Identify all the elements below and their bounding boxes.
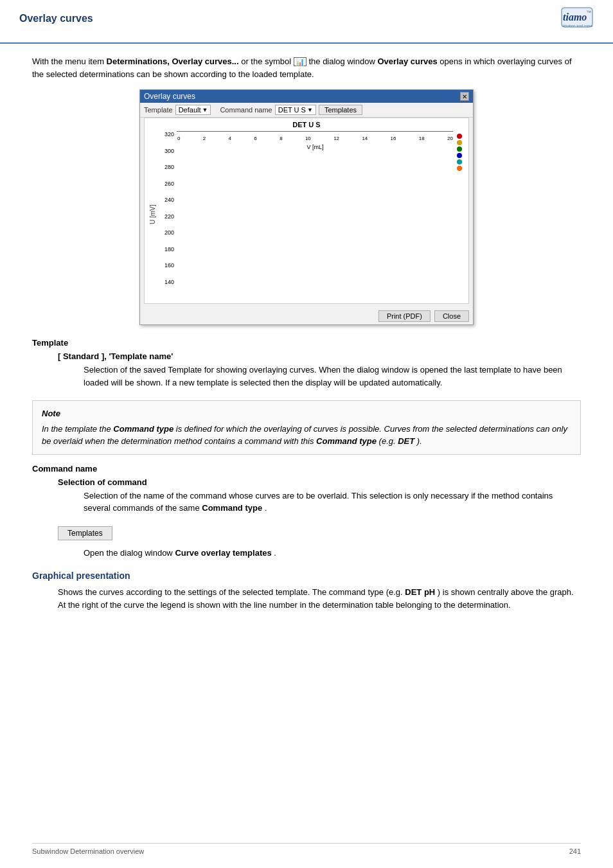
det-ph-bold: DET pH (405, 587, 435, 597)
graphical-heading: Graphical presentation (32, 571, 581, 581)
note-text-post: (e.g. (379, 436, 398, 446)
chart-x-ticks: 0 2 4 6 8 10 12 14 16 18 20 (177, 136, 453, 141)
dialog-footer: Print (PDF) Close (140, 308, 473, 324)
chart-x-label: V [mL] (306, 144, 323, 150)
close-button[interactable]: Close (434, 310, 469, 322)
chart-plot-area: 0 2 4 6 8 10 12 14 16 18 20 (177, 131, 453, 132)
chart-container: DET U S U [mV] 320 300 280 260 240 220 2… (144, 118, 469, 304)
command-name-select[interactable]: DET U S ▼ (275, 105, 316, 115)
note-text-end: ). (417, 436, 422, 446)
template-subheading: [ Standard ], 'Template name' (58, 351, 581, 361)
chart-plot-wrapper: 0 2 4 6 8 10 12 14 16 18 20 (177, 131, 453, 298)
command-name-description: Selection of the name of the command who… (84, 490, 581, 515)
note-text-pre: In the template the (42, 424, 113, 434)
dialog-titlebar: Overlay curves ✕ (140, 90, 473, 103)
templates-button-area: Templates (58, 526, 581, 540)
command-name-desc-pre: Selection of the name of the command who… (84, 491, 553, 513)
intro-text-mid: or the symbol (241, 57, 294, 66)
template-section-heading: Template (32, 338, 581, 348)
dialog-close-icon[interactable]: ✕ (460, 92, 469, 101)
templates-desc-end: . (274, 548, 276, 558)
template-description: Selection of the saved Template for show… (84, 364, 581, 389)
command-name-label: Command name (220, 106, 272, 114)
note-command-type-bold1: Command type (113, 424, 173, 434)
overlay-icon: 📊 (294, 57, 306, 66)
overlay-curves-dialog: Overlay curves ✕ Template Default ▼ Comm… (139, 89, 474, 325)
legend-dot-1 (457, 134, 462, 139)
legend-dot-6 (457, 166, 462, 171)
command-name-value: DET U S (278, 106, 306, 114)
legend-dot-5 (457, 159, 462, 164)
legend-dot-4 (457, 153, 462, 158)
svg-text:titration and more: titration and more (563, 24, 593, 28)
template-value: Default (179, 106, 201, 114)
graphical-presentation-section: Graphical presentation Shows the curves … (32, 571, 581, 611)
page-footer: Subwindow Determination overview 241 (32, 843, 581, 855)
command-type-bold: Command type (202, 503, 262, 513)
command-name-heading: Command name (32, 464, 581, 474)
chart-y-axis: 320 300 280 260 240 220 200 180 160 140 (157, 131, 177, 298)
graphical-body: Shows the curves according to the settin… (58, 586, 581, 611)
note-det-bold: DET (398, 436, 414, 446)
intro-text-after: the dialog window (308, 57, 377, 66)
print-pdf-button[interactable]: Print (PDF) (378, 310, 431, 322)
templates-toolbar-button[interactable]: Templates (319, 105, 362, 115)
note-title: Note (42, 407, 571, 420)
templates-button-description: Open the dialog window Curve overlay tem… (84, 547, 581, 560)
footer-left: Subwindow Determination overview (32, 847, 144, 855)
intro-text-pre: With the menu item (32, 57, 107, 66)
page-title: Overlay curves (19, 6, 93, 24)
legend-dot-2 (457, 140, 462, 145)
page: Overlay curves ™ tiamo titration and mor… (0, 0, 613, 868)
svg-text:tiamo: tiamo (563, 12, 587, 22)
command-name-subheading: Selection of command (58, 477, 581, 487)
chart-title: DET U S (147, 121, 466, 128)
note-box: Note In the template the Command type is… (32, 400, 581, 455)
intro-bold1: Determinations, Overlay curves... (107, 57, 239, 66)
legend-dot-3 (457, 146, 462, 152)
tiamo-logo: ™ tiamo titration and more (517, 6, 594, 39)
template-section: Template [ Standard ], 'Template name' S… (32, 338, 581, 389)
footer-page-number: 241 (569, 847, 581, 855)
page-header: Overlay curves ™ tiamo titration and mor… (0, 0, 613, 44)
curve-overlay-bold: Curve overlay templates (175, 548, 271, 558)
chart-legend (453, 131, 466, 298)
dialog-toolbar: Template Default ▼ Command name DET U S … (140, 103, 473, 118)
content-area: With the menu item Determinations, Overl… (0, 44, 613, 630)
note-text: In the template the Command type is defi… (42, 423, 571, 448)
templates-desc-pre: Open the dialog window (84, 548, 175, 558)
templates-button[interactable]: Templates (58, 526, 112, 540)
intro-bold2: Overlay curves (377, 57, 437, 66)
command-name-desc-end: . (265, 503, 267, 513)
note-command-type-bold2: Command type (316, 436, 377, 446)
template-select[interactable]: Default ▼ (175, 105, 211, 115)
intro-paragraph: With the menu item Determinations, Overl… (32, 55, 581, 80)
chart-y-label: U [mV] (147, 131, 157, 298)
command-name-section: Command name Selection of command Select… (32, 464, 581, 515)
template-dropdown-arrow: ▼ (202, 107, 208, 113)
command-dropdown-arrow: ▼ (307, 107, 313, 113)
graphical-text-pre: Shows the curves according to the settin… (58, 587, 405, 597)
logo-area: ™ tiamo titration and more (517, 6, 594, 39)
template-label: Template (144, 106, 173, 114)
dialog-title: Overlay curves (144, 92, 195, 101)
chart-inner: U [mV] 320 300 280 260 240 220 200 180 1… (147, 131, 466, 298)
